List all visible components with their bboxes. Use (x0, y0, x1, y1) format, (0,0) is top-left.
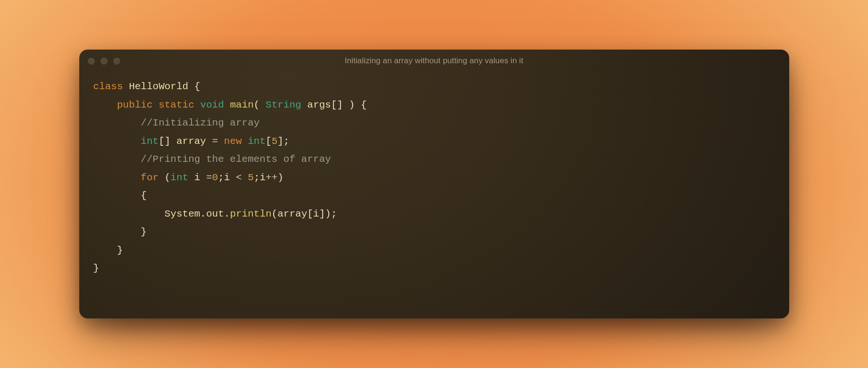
code-token-id: i (259, 172, 266, 183)
code-token-punc (200, 172, 206, 183)
window-title: Initializing an array without putting an… (79, 56, 789, 66)
code-token-kw: class (93, 81, 123, 92)
code-token-id: i (194, 172, 200, 183)
code-token-op: = (212, 136, 218, 147)
code-token-punc: ) (277, 172, 284, 183)
code-token-punc (93, 209, 165, 219)
code-token-punc: } (93, 226, 147, 237)
maximize-icon[interactable] (113, 58, 120, 65)
code-token-op: < (236, 172, 242, 183)
minimize-icon[interactable] (100, 58, 108, 65)
code-token-punc: ; (254, 172, 260, 183)
code-token-punc (206, 136, 212, 147)
code-token-id: i (313, 209, 319, 219)
code-token-type: String (266, 100, 301, 110)
code-token-punc (242, 172, 248, 183)
code-token-punc (218, 136, 224, 147)
code-token-fn: println (230, 209, 271, 219)
code-token-punc: ; (218, 172, 224, 183)
code-token-punc (93, 117, 141, 128)
code-token-num: 0 (212, 172, 218, 183)
code-token-punc: [] ) { (331, 100, 367, 110)
code-token-punc: { (188, 81, 200, 92)
code-token-op: = (206, 172, 212, 183)
code-token-punc (93, 136, 141, 147)
code-token-punc (93, 100, 117, 110)
code-token-kw: static (159, 100, 194, 110)
code-token-punc (93, 172, 141, 183)
window-titlebar: Initializing an array without putting an… (79, 50, 789, 72)
code-window: Initializing an array without putting an… (79, 50, 789, 318)
code-token-punc (301, 100, 308, 110)
code-token-type: int (248, 136, 266, 147)
code-token-punc: . (224, 209, 230, 219)
code-token-punc: [ (307, 209, 313, 219)
code-token-op: ++ (266, 172, 277, 183)
code-token-comm: //Initializing array (141, 117, 259, 128)
code-token-type: int (141, 136, 159, 147)
code-token-num: 5 (272, 136, 278, 147)
code-token-punc: ( (159, 172, 170, 183)
code-token-punc (153, 100, 159, 110)
code-token-punc: } (93, 263, 100, 274)
code-token-id: i (224, 172, 230, 183)
code-token-punc: ]); (319, 209, 337, 219)
code-token-punc: [ (266, 136, 272, 147)
code-token-punc: ( (254, 100, 266, 110)
code-token-punc (242, 136, 248, 147)
code-token-punc: ]; (277, 136, 289, 147)
close-icon[interactable] (88, 58, 95, 65)
code-token-punc: } (93, 245, 123, 256)
code-token-comm: //Printing the elements of array (141, 154, 331, 165)
code-area: class HelloWorld { public static void ma… (79, 72, 789, 289)
code-token-fn: main (230, 100, 253, 110)
code-token-id: array (176, 136, 206, 147)
code-token-punc (188, 172, 194, 183)
code-token-kw: for (141, 172, 159, 183)
code-token-kw: new (224, 136, 242, 147)
code-token-id: HelloWorld (129, 81, 188, 92)
code-token-punc: ( (272, 209, 278, 219)
code-token-type: void (200, 100, 224, 110)
code-token-id: array (277, 209, 307, 219)
code-token-id: out (206, 209, 224, 219)
code-block[interactable]: class HelloWorld { public static void ma… (93, 78, 775, 278)
code-token-kw: public (117, 100, 153, 110)
code-token-punc (123, 81, 129, 92)
code-token-punc: [] (159, 136, 176, 147)
code-token-punc: { (93, 190, 147, 201)
code-token-punc (194, 100, 200, 110)
code-token-type: int (170, 172, 188, 183)
traffic-lights (88, 58, 120, 65)
code-token-punc (230, 172, 236, 183)
code-token-num: 5 (248, 172, 254, 183)
code-token-punc: . (200, 209, 206, 219)
code-token-id: args (307, 100, 331, 110)
code-token-id: System (165, 209, 200, 219)
code-token-punc (93, 154, 141, 165)
code-token-punc (224, 100, 230, 110)
